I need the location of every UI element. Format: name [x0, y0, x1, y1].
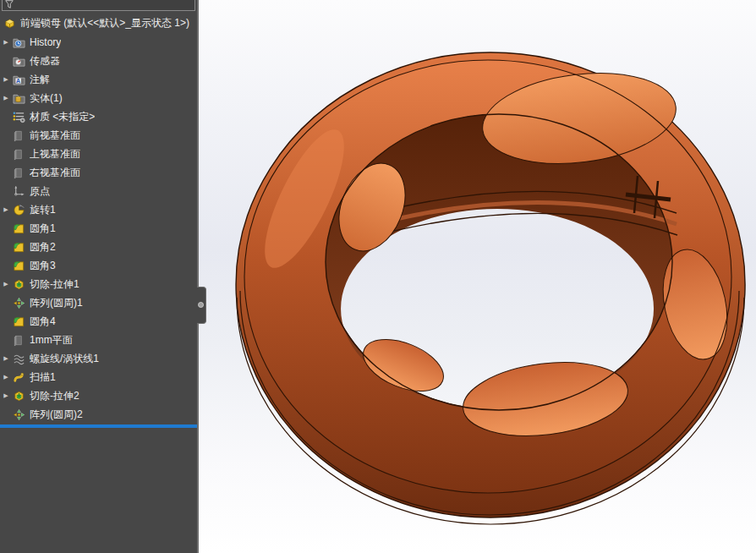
graphics-viewport[interactable]: [199, 0, 756, 553]
history-folder-icon: [12, 36, 26, 49]
svg-text:A: A: [16, 77, 20, 83]
fillet-icon: [12, 259, 26, 272]
tree-item-label: 切除-拉伸2: [30, 389, 79, 403]
tree-root-label: 前端锁母 (默认<<默认>_显示状态 1>): [20, 16, 189, 30]
tree-item[interactable]: ▶ 右视基准面: [0, 163, 197, 182]
feature-manager-panel: 前端锁母 (默认<<默认>_显示状态 1>) ▶ History ▶ 传感器 ▶…: [0, 0, 199, 553]
tree-item[interactable]: ▶ 圆角3: [0, 256, 197, 275]
tree-item-label: 实体(1): [30, 91, 63, 106]
tree-item[interactable]: ▶ 阵列(圆周)1: [0, 293, 197, 312]
sensors-folder-icon: [12, 54, 26, 68]
expand-arrow-icon[interactable]: ▶: [0, 349, 12, 368]
tree-item-label: 前视基准面: [30, 129, 80, 143]
plane-icon: [12, 333, 26, 347]
tree-item[interactable]: ▶ 切除-拉伸2: [0, 386, 197, 405]
tree-item[interactable]: ▶ 传感器: [0, 52, 197, 70]
expand-arrow-icon[interactable]: ▶: [0, 368, 12, 386]
solid-bodies-folder-icon: [12, 91, 26, 105]
expand-arrow-icon[interactable]: ▶: [0, 275, 12, 293]
panel-splitter-handle[interactable]: [197, 287, 206, 324]
revolve-icon: [12, 203, 26, 216]
tree-item-label: History: [30, 36, 61, 48]
sweep-icon: [12, 370, 26, 384]
tree-item-label: 螺旋线/涡状线1: [30, 352, 99, 366]
filter-funnel-icon: [4, 0, 14, 9]
tree-item-label: 注解: [30, 73, 50, 87]
solidworks-window: 前端锁母 (默认<<默认>_显示状态 1>) ▶ History ▶ 传感器 ▶…: [0, 0, 756, 553]
tree-item[interactable]: ▶ 上视基准面: [0, 145, 197, 163]
tree-item-label: 1mm平面: [30, 333, 73, 348]
tree-item-label: 旋转1: [30, 203, 56, 217]
fillet-icon: [12, 240, 26, 254]
expand-arrow-icon[interactable]: ▶: [0, 386, 12, 405]
origin-icon: [12, 184, 26, 198]
tree-item[interactable]: ▶ 切除-拉伸1: [0, 275, 197, 293]
lock-nut-model: [199, 0, 756, 553]
feature-tree: 前端锁母 (默认<<默认>_显示状态 1>) ▶ History ▶ 传感器 ▶…: [0, 13, 197, 428]
tree-item-label: 阵列(圆周)1: [30, 296, 83, 310]
helix-icon: [12, 352, 26, 365]
tree-item[interactable]: ▶ A 注解: [0, 70, 197, 89]
tree-item-label: 圆角2: [30, 240, 56, 255]
expand-arrow-icon[interactable]: ▶: [0, 200, 12, 219]
tree-item[interactable]: ▶ 圆角4: [0, 312, 197, 331]
plane-icon: [12, 166, 26, 179]
expand-arrow-icon[interactable]: ▶: [0, 89, 12, 107]
tree-item-label: 圆角1: [30, 222, 56, 236]
tree-item-label: 阵列(圆周)2: [30, 408, 83, 422]
tree-item[interactable]: ▶ 原点: [0, 182, 197, 200]
tree-item[interactable]: ▶ 1mm平面: [0, 331, 197, 349]
plane-icon: [12, 129, 26, 142]
fillet-icon: [12, 222, 26, 235]
expand-arrow-icon[interactable]: ▶: [0, 33, 12, 52]
tree-item[interactable]: ▶ 圆角1: [0, 219, 197, 238]
tree-item-label: 上视基准面: [30, 147, 80, 162]
cut-extrude-icon: [12, 277, 26, 291]
fillet-icon: [12, 315, 26, 328]
tree-item[interactable]: ▶ 前视基准面: [0, 126, 197, 145]
material-icon: [12, 110, 26, 123]
tree-item[interactable]: ▶ 实体(1): [0, 89, 197, 107]
circular-pattern-icon: [12, 408, 26, 421]
tree-item-label: 扫描1: [30, 370, 56, 385]
tree-item[interactable]: ▶ 材质 <未指定>: [0, 107, 197, 126]
tree-item-label: 材质 <未指定>: [30, 110, 95, 124]
part-icon: [3, 16, 17, 30]
tree-item[interactable]: ▶ History: [0, 33, 197, 52]
tree-item[interactable]: ▶ 阵列(圆周)2: [0, 405, 197, 424]
grip-dot: [198, 302, 204, 308]
tree-item-label: 切除-拉伸1: [30, 277, 79, 292]
tree-filter-box[interactable]: [2, 0, 195, 11]
tree-item-label: 原点: [30, 184, 50, 199]
cut-extrude-icon: [12, 389, 26, 402]
tree-item[interactable]: ▶ 旋转1: [0, 200, 197, 219]
tree-item-label: 右视基准面: [30, 166, 80, 180]
tree-item[interactable]: ▶ 圆角2: [0, 238, 197, 256]
circular-pattern-icon: [12, 296, 26, 309]
tree-item-label: 传感器: [30, 54, 60, 68]
plane-icon: [12, 147, 26, 161]
tree-item-label: 圆角4: [30, 315, 56, 329]
annotations-folder-icon: A: [12, 73, 26, 86]
rollback-bar[interactable]: [0, 424, 197, 428]
tree-rows: ▶ History ▶ 传感器 ▶ A 注解 ▶ 实体(1) ▶ 材质 <未指定…: [0, 33, 197, 424]
tree-item[interactable]: ▶ 螺旋线/涡状线1: [0, 349, 197, 368]
tree-item[interactable]: ▶ 扫描1: [0, 368, 197, 386]
tree-root-item[interactable]: 前端锁母 (默认<<默认>_显示状态 1>): [0, 13, 197, 33]
tree-item-label: 圆角3: [30, 259, 56, 273]
expand-arrow-icon[interactable]: ▶: [0, 70, 12, 89]
